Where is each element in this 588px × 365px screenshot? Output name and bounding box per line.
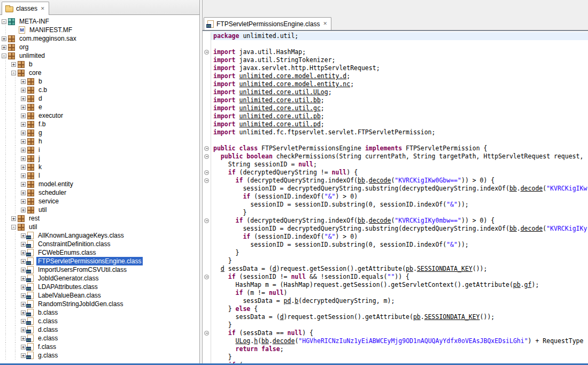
tree-item-META-INF[interactable]: -META-INF (0, 17, 199, 26)
tree-item-i[interactable]: +i (0, 146, 199, 154)
fold-collapse-icon[interactable] (204, 146, 209, 151)
tree-item-FTPServletPermissionsEngine.class[interactable]: +010FTPServletPermissionsEngine.class (0, 257, 199, 265)
fold-collapse-icon[interactable] (204, 154, 209, 159)
collapse-expander-icon[interactable]: - (2, 19, 6, 24)
expand-expander-icon[interactable]: + (21, 233, 26, 238)
expand-expander-icon[interactable]: + (21, 148, 26, 153)
expand-expander-icon[interactable]: + (21, 345, 26, 349)
tree-item-g[interactable]: +g (0, 128, 199, 137)
close-icon[interactable]: ✕ (323, 21, 327, 26)
expand-expander-icon[interactable]: + (21, 131, 26, 135)
expand-expander-icon[interactable]: + (21, 302, 26, 307)
tree-item-FCWebEnums.class[interactable]: +010FCWebEnums.class (0, 248, 199, 257)
tree-item-b.class[interactable]: +010b.class (0, 308, 199, 317)
collapse-expander-icon[interactable]: - (11, 225, 16, 230)
expand-expander-icon[interactable]: + (11, 216, 16, 221)
expand-expander-icon[interactable]: + (11, 62, 16, 67)
fold-collapse-icon[interactable] (204, 170, 209, 175)
expand-expander-icon[interactable]: + (21, 276, 26, 281)
expand-expander-icon[interactable]: + (21, 105, 26, 110)
code-area[interactable]: package unlimited.util;import java.util.… (203, 31, 588, 365)
expand-expander-icon[interactable]: + (21, 285, 26, 290)
expand-expander-icon[interactable]: + (21, 310, 26, 315)
expand-expander-icon[interactable]: + (21, 293, 26, 298)
tree-item-executor[interactable]: +executor (0, 111, 199, 120)
expand-expander-icon[interactable]: + (21, 199, 26, 204)
expand-expander-icon[interactable]: + (21, 328, 26, 332)
expand-expander-icon[interactable]: + (21, 242, 26, 247)
tree-item-ImportUsersFromCSVUtil.class[interactable]: +010ImportUsersFromCSVUtil.class (0, 265, 199, 274)
tree-guide-line (11, 257, 21, 265)
tree-item-b[interactable]: +b (0, 77, 199, 86)
tree-item-core[interactable]: -core (0, 69, 199, 77)
tree-item-l[interactable]: +l (0, 171, 199, 180)
tree-item-RandomStringJobIdGen.class[interactable]: +010RandomStringJobIdGen.class (0, 300, 199, 308)
expand-expander-icon[interactable]: + (21, 156, 26, 161)
expand-expander-icon[interactable]: + (21, 173, 26, 178)
expand-expander-icon[interactable]: + (21, 353, 26, 358)
tree-item-AllKnownLanguageKeys.class[interactable]: +010AllKnownLanguageKeys.class (0, 231, 199, 240)
tree-item-f.b[interactable]: +f.b (0, 120, 199, 128)
code-text: if (m != null) (211, 289, 588, 297)
expand-expander-icon[interactable]: + (21, 88, 26, 93)
tree-item-com.megginson.sax[interactable]: +com.megginson.sax (0, 34, 199, 43)
expand-expander-icon[interactable]: + (21, 122, 26, 127)
expand-expander-icon[interactable]: + (21, 191, 26, 195)
tree-item-j[interactable]: +j (0, 154, 199, 163)
code-line: HashMap m = (HashMap)request.getSession(… (203, 281, 588, 289)
expand-expander-icon[interactable]: + (2, 36, 6, 41)
expand-expander-icon[interactable]: + (21, 208, 26, 212)
fold-collapse-icon[interactable] (204, 275, 209, 279)
expand-expander-icon[interactable]: + (21, 250, 26, 255)
tree-item-g.class[interactable]: +010g.class (0, 351, 199, 360)
expand-expander-icon[interactable]: + (21, 319, 26, 324)
expand-expander-icon[interactable]: + (21, 113, 26, 118)
collapse-expander-icon[interactable]: - (2, 54, 6, 58)
expand-expander-icon[interactable]: + (21, 139, 26, 144)
package-tree[interactable]: -META-INFMMANIFEST.MF+com.megginson.sax+… (0, 15, 199, 365)
tree-item-JobIdGenerator.class[interactable]: +010JobIdGenerator.class (0, 274, 199, 283)
tab-classes[interactable]: classes ✕ (2, 2, 49, 15)
tree-item-unlimited[interactable]: -unlimited (0, 51, 199, 60)
expand-expander-icon[interactable]: + (21, 268, 26, 272)
fold-collapse-icon[interactable] (204, 218, 209, 223)
tree-item-e[interactable]: +e (0, 103, 199, 111)
collapse-expander-icon[interactable]: - (11, 71, 16, 75)
tree-item-c.b[interactable]: +c.b (0, 86, 199, 94)
tree-item-LDAPAttributes.class[interactable]: +010LDAPAttributes.class (0, 283, 199, 291)
tree-item-c.class[interactable]: +010c.class (0, 317, 199, 325)
tree-guide-line (11, 283, 21, 291)
code-line: sessionID = decryptedQueryString.substri… (203, 185, 588, 193)
tree-item-model.entity[interactable]: +model.entity (0, 180, 199, 188)
tree-item-util[interactable]: -util (0, 223, 199, 231)
tab-class-file[interactable]: 010 FTPServletPermissionsEngine.class ✕ (204, 17, 331, 30)
tree-item-scheduler[interactable]: +scheduler (0, 188, 199, 197)
tree-item-b[interactable]: +b (0, 60, 199, 69)
tree-item-LabelValueBean.class[interactable]: +010LabelValueBean.class (0, 291, 199, 300)
tree-item-service[interactable]: +service (0, 197, 199, 206)
expand-expander-icon[interactable]: + (21, 182, 26, 187)
fold-collapse-icon[interactable] (204, 50, 209, 55)
tree-item-h[interactable]: +h (0, 137, 199, 146)
expand-expander-icon[interactable]: + (21, 336, 26, 341)
tree-item-util[interactable]: +util (0, 206, 199, 214)
expand-expander-icon[interactable]: + (21, 165, 26, 170)
expand-expander-icon[interactable]: + (21, 79, 26, 84)
tree-item-org[interactable]: +org (0, 43, 199, 51)
expand-expander-icon[interactable]: + (2, 45, 6, 50)
code-text: import unlimited.core.util.bb; (211, 96, 588, 104)
tree-item-ConstraintDefinition.class[interactable]: +010ConstraintDefinition.class (0, 240, 199, 248)
expand-expander-icon[interactable]: + (21, 259, 26, 264)
fold-gutter (203, 120, 211, 128)
tree-item-f.class[interactable]: +010f.class (0, 343, 199, 351)
tree-item-rest[interactable]: +rest (0, 214, 199, 223)
tree-item-d.class[interactable]: +010d.class (0, 325, 199, 334)
tree-item-d[interactable]: +d (0, 94, 199, 103)
close-icon[interactable]: ✕ (41, 6, 45, 11)
tree-item-MANIFEST.MF[interactable]: MMANIFEST.MF (0, 26, 199, 34)
fold-collapse-icon[interactable] (204, 178, 209, 183)
expand-expander-icon[interactable]: + (21, 96, 26, 101)
tree-item-k[interactable]: +k (0, 163, 199, 171)
tree-item-e.class[interactable]: +010e.class (0, 334, 199, 343)
fold-collapse-icon[interactable] (204, 331, 209, 336)
